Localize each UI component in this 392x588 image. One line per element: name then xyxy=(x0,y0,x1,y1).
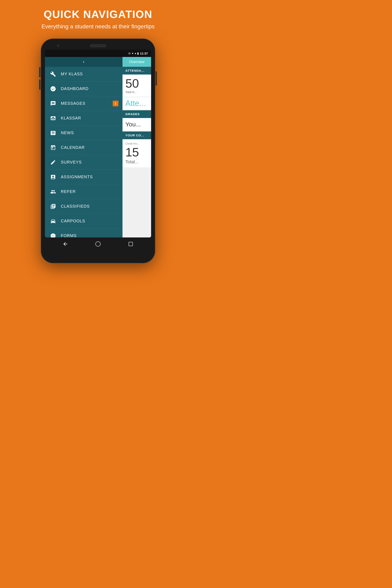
signal-icon: ◂ xyxy=(134,52,136,55)
messages-badge: 1 xyxy=(113,101,118,106)
total-hours-label: Total H... xyxy=(125,90,148,94)
speaker xyxy=(90,44,106,47)
svg-point-1 xyxy=(96,242,100,246)
attendance-text-section: Atte... xyxy=(122,98,151,110)
courses-body: Credit Hrs... 15 Total... xyxy=(122,139,151,168)
credit-hours-number: 15 xyxy=(125,145,148,159)
sidebar-item-label: KlassAR xyxy=(61,116,81,120)
carpools-icon xyxy=(49,217,57,225)
sidebar-item-klassar[interactable]: KlassAR xyxy=(45,111,122,126)
page-header: QUICK NAVIGATION Everything a student ne… xyxy=(37,0,159,36)
sidebar-item-label: CALENDAR xyxy=(61,145,85,150)
sidebar-item-carpools[interactable]: CARPOOLS xyxy=(45,214,122,228)
credit-hrs-label: Credit Hrs... xyxy=(125,142,148,145)
front-camera xyxy=(57,45,59,47)
klassar-icon xyxy=(49,114,57,122)
sidebar-item-label: FORMS xyxy=(61,233,76,238)
sidebar-item-label: DASHBOARD xyxy=(61,86,88,91)
forms-icon xyxy=(49,232,57,238)
wrench-icon xyxy=(49,70,57,78)
sidebar-item-label: refer xyxy=(61,189,76,194)
page-title: QUICK NAVIGATION xyxy=(42,8,154,20)
attendance-section: ATTENDA... 50 Total H... xyxy=(122,67,151,96)
total-hours-number: 50 xyxy=(125,78,148,90)
phone-screen: ⊘ ▾ ◂ ▮ 11:37 ‹ xyxy=(45,50,151,238)
courses-title: YOUR CO... xyxy=(125,134,144,137)
volume-up-button[interactable] xyxy=(39,67,40,78)
sidebar-item-label: MY KLASS xyxy=(61,72,83,76)
back-nav-button[interactable] xyxy=(62,240,69,248)
calendar-icon xyxy=(49,144,57,152)
classifieds-icon xyxy=(49,202,57,210)
sidebar-item-label: ASSIGNMENTS xyxy=(61,174,93,179)
overview-tab[interactable]: Overview xyxy=(122,57,151,67)
clock: 11:37 xyxy=(140,52,148,55)
grades-body: You... xyxy=(122,118,151,131)
courses-header: YOUR CO... xyxy=(122,132,151,139)
overview-label: Overview xyxy=(129,60,144,64)
attendance-header: ATTENDA... xyxy=(122,67,151,74)
status-icons: ⊘ ▾ ◂ ▮ 11:37 xyxy=(128,52,148,55)
phone-device: ⊘ ▾ ◂ ▮ 11:37 ‹ xyxy=(41,38,155,263)
home-nav-button[interactable] xyxy=(94,240,102,248)
assignments-icon xyxy=(49,173,57,181)
app-content: ‹ MY KLASS DASHBOARD xyxy=(45,57,151,238)
sidebar-item-news[interactable]: NEWS xyxy=(45,126,122,140)
sidebar-item-refer[interactable]: refer xyxy=(45,184,122,199)
phone-bottom-nav xyxy=(45,238,151,250)
sidebar-item-label: NEWS xyxy=(61,130,74,135)
phone-top xyxy=(45,43,151,50)
courses-section: YOUR CO... Credit Hrs... 15 Total... xyxy=(122,132,151,168)
right-panel: Overview ATTENDA... 50 Total H... Atte..… xyxy=(122,57,151,238)
sidebar-item-my-klass[interactable]: MY KLASS xyxy=(45,67,122,82)
sidebar-item-surveys[interactable]: SURVEYS xyxy=(45,155,122,170)
sidebar-item-label: CARPOOLS xyxy=(61,219,85,223)
sidebar-item-classifieds[interactable]: CLASSIFIEDS xyxy=(45,199,122,214)
sidebar-item-label: MESSAGES xyxy=(61,101,85,106)
grades-header: GRADES xyxy=(122,110,151,118)
volume-down-button[interactable] xyxy=(39,80,40,90)
power-button[interactable] xyxy=(156,71,157,86)
total-label: Total... xyxy=(125,159,148,164)
sidebar: ‹ MY KLASS DASHBOARD xyxy=(45,57,122,238)
sidebar-item-label: SURVEYS xyxy=(61,160,82,164)
sidebar-item-messages[interactable]: MESSAGES 1 xyxy=(45,96,122,111)
phone-body: ⊘ ▾ ◂ ▮ 11:37 ‹ xyxy=(41,38,155,263)
grades-section: GRADES You... xyxy=(122,110,151,131)
news-icon xyxy=(49,129,57,137)
wifi-icon: ▾ xyxy=(132,52,133,55)
sidebar-item-forms[interactable]: FORMS xyxy=(45,228,122,238)
sidebar-item-calendar[interactable]: CALENDAR xyxy=(45,140,122,155)
battery-icon: ▮ xyxy=(137,52,139,55)
sidebar-item-dashboard[interactable]: DASHBOARD xyxy=(45,82,122,96)
messages-icon xyxy=(49,100,57,108)
sidebar-item-assignments[interactable]: ASSIGNMENTS xyxy=(45,170,122,184)
back-arrow-icon[interactable]: ‹ xyxy=(83,59,84,64)
refer-icon xyxy=(49,188,57,196)
attendance-title: ATTENDA... xyxy=(125,69,144,72)
dashboard-icon xyxy=(49,85,57,93)
grades-title: GRADES xyxy=(125,112,140,116)
attendance-status-text: Atte... xyxy=(125,99,146,108)
grades-value: You... xyxy=(125,121,141,128)
attendance-body: 50 Total H... xyxy=(122,74,151,96)
no-disturb-icon: ⊘ xyxy=(128,52,131,55)
svg-rect-2 xyxy=(129,242,133,246)
page-subtitle: Everything a student needs at their fing… xyxy=(42,22,154,30)
sidebar-back-bar[interactable]: ‹ xyxy=(45,57,122,67)
sidebar-item-label: CLASSIFIEDS xyxy=(61,204,90,209)
status-bar: ⊘ ▾ ◂ ▮ 11:37 xyxy=(45,50,151,57)
surveys-icon xyxy=(49,158,57,166)
recent-apps-button[interactable] xyxy=(127,240,134,248)
